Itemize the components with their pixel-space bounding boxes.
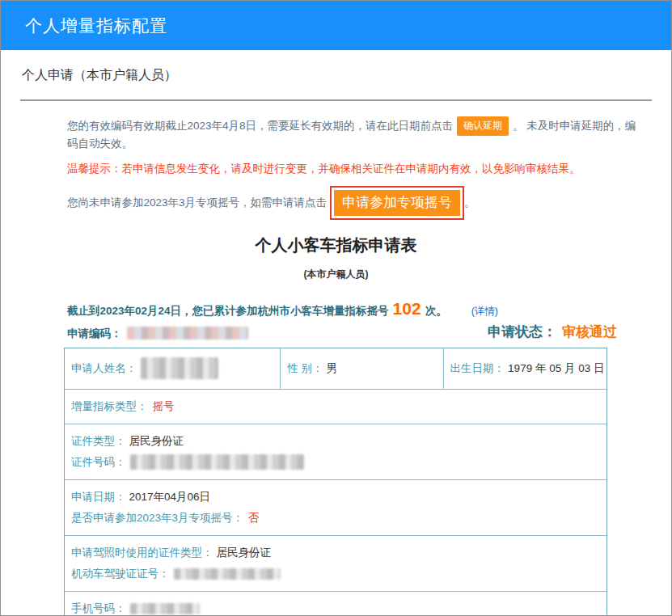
license-id-type-value: 居民身份证 xyxy=(217,542,272,563)
application-code: 申请编码： xyxy=(67,326,248,341)
applicant-name-redacted-value xyxy=(141,357,218,379)
quota-type-label: 增量指标类型： xyxy=(71,396,148,417)
apply-date-cell: 申请日期： 2017年04月06日 是否申请参加2023年3月专项摇号： 否 xyxy=(65,480,606,535)
lottery-count-text: 截止到2023年02月24日，您已累计参加杭州市小客车增量指标摇号 xyxy=(67,305,389,317)
id-number-label: 证件号码： xyxy=(71,452,126,473)
applicant-name-cell: 申请人姓名： xyxy=(65,348,281,389)
special-lottery-text-post: 。 xyxy=(464,196,475,210)
application-status-value: 审核通过 xyxy=(562,324,617,340)
page-title: 个人增量指标配置 xyxy=(25,15,167,37)
apply-date-label: 申请日期： xyxy=(71,487,126,508)
driver-license-number-label: 机动车驾驶证证号： xyxy=(71,563,170,584)
warning-tip-text: 温馨提示：若申请信息发生变化，请及时进行变更，并确保相关证件在申请期内有效，以免… xyxy=(67,162,642,176)
application-code-redacted-value xyxy=(127,327,248,340)
lottery-count-value: 102 xyxy=(393,299,421,318)
application-info-table: 申请人姓名： 性 别： 男 出生日期： 1979 年 05 月 03 日 增量指… xyxy=(64,348,607,616)
special-lottery-text: 您尚未申请参加2023年3月专项摇号，如需申请请点击 xyxy=(67,196,327,210)
application-status-label: 申请状态： xyxy=(488,324,556,340)
section-divider xyxy=(20,99,652,101)
table-row-apply-date: 申请日期： 2017年04月06日 是否申请参加2023年3月专项摇号： 否 xyxy=(65,479,606,535)
birth-date-cell: 出生日期： 1979 年 05 月 03 日 xyxy=(444,348,606,389)
lottery-count-text-post: 次。 xyxy=(425,305,447,317)
phone-redacted-value xyxy=(130,603,200,614)
birth-date-label: 出生日期： xyxy=(450,361,505,376)
code-status-line: 申请编码： 申请状态：审核通过 xyxy=(67,323,617,341)
quota-type-value: 摇号 xyxy=(153,396,175,417)
page: { "header": { "title": "个人增量指标配置" }, "se… xyxy=(0,0,672,616)
form-subtitle: (本市户籍人员) xyxy=(1,268,671,281)
table-row-identity: 申请人姓名： 性 别： 男 出生日期： 1979 年 05 月 03 日 xyxy=(65,348,606,389)
table-row-driver-license: 申请驾照时使用的证件类型： 居民身份证 机动车驾驶证证号： xyxy=(65,535,606,591)
notice-line-special-lottery: 您尚未申请参加2023年3月专项摇号，如需申请请点击 申请参加专项摇号 。 xyxy=(67,186,642,220)
table-row-id-document: 证件类型： 居民身份证 证件号码： xyxy=(65,424,606,479)
app-header: 个人增量指标配置 xyxy=(1,1,671,50)
id-number-redacted-value xyxy=(130,454,304,470)
notice-validity-text: 您的有效编码有效期截止2023年4月8日，需要延长有效期的，请在此日期前点击 xyxy=(67,120,453,132)
id-type-value: 居民身份证 xyxy=(129,431,184,452)
phone-label: 手机号码： xyxy=(71,598,126,616)
form-title: 个人小客车指标申请表 xyxy=(1,234,671,256)
apply-date-value: 2017年04月06日 xyxy=(129,487,211,508)
applicant-name-label: 申请人姓名： xyxy=(71,361,137,376)
lottery-count-line: 截止到2023年02月24日，您已累计参加杭州市小客车增量指标摇号102次。(详… xyxy=(67,299,617,319)
birth-date-value: 1979 年 05 月 03 日 xyxy=(508,361,604,376)
section-title: 个人申请（本市户籍人员） xyxy=(22,67,671,84)
license-id-type-label: 申请驾照时使用的证件类型： xyxy=(71,542,213,563)
application-status: 申请状态：审核通过 xyxy=(488,323,617,341)
special-apply-value: 否 xyxy=(248,508,260,529)
apply-special-lottery-button[interactable]: 申请参加专项摇号 xyxy=(334,190,460,216)
table-row-contact: 手机号码： 在杭居住地址： xyxy=(65,591,606,616)
quota-type-cell: 增量指标类型： 摇号 xyxy=(65,390,606,424)
gender-label: 性 别： xyxy=(287,361,323,376)
application-code-label: 申请编码： xyxy=(67,327,122,340)
driver-license-redacted-value xyxy=(174,568,281,580)
details-link[interactable]: (详情) xyxy=(471,306,498,317)
red-highlight-box: 申请参加专项摇号 xyxy=(330,186,464,220)
gender-value: 男 xyxy=(326,361,337,376)
id-document-cell: 证件类型： 居民身份证 证件号码： xyxy=(65,424,606,479)
id-type-label: 证件类型： xyxy=(71,431,126,452)
notice-line-validity: 您的有效编码有效期截止2023年4月8日，需要延长有效期的，请在此日期前点击确认… xyxy=(67,116,642,153)
contact-cell: 手机号码： 在杭居住地址： xyxy=(65,592,606,616)
table-row-quota-type: 增量指标类型： 摇号 xyxy=(65,389,606,424)
special-apply-label: 是否申请参加2023年3月专项摇号： xyxy=(71,508,243,529)
confirm-extension-button[interactable]: 确认延期 xyxy=(457,116,509,136)
summary-block: 截止到2023年02月24日，您已累计参加杭州市小客车增量指标摇号102次。(详… xyxy=(67,299,617,341)
gender-cell: 性 别： 男 xyxy=(281,348,443,389)
driver-license-cell: 申请驾照时使用的证件类型： 居民身份证 机动车驾驶证证号： xyxy=(65,536,606,591)
